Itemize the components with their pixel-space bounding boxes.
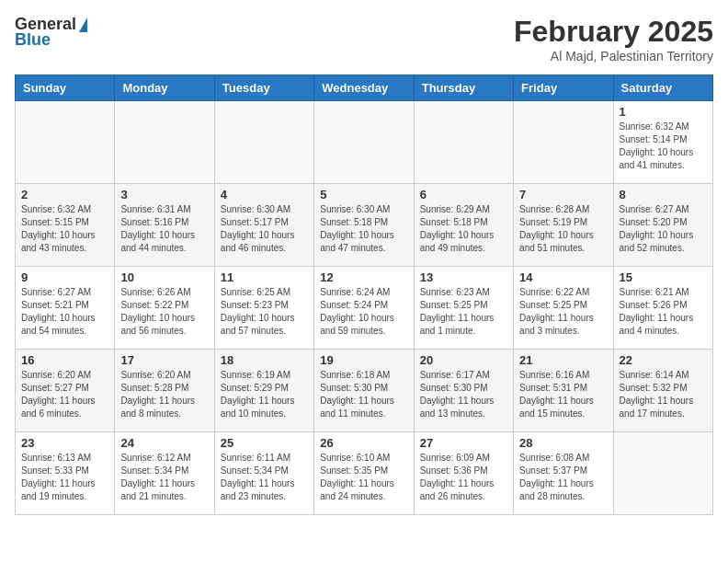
day-number: 2 (21, 188, 108, 201)
table-row (115, 101, 214, 184)
day-number: 22 (620, 353, 707, 367)
day-info: Sunrise: 6:20 AM Sunset: 5:27 PM Dayligh… (21, 369, 108, 420)
day-info: Sunrise: 6:11 AM Sunset: 5:34 PM Dayligh… (221, 452, 308, 503)
day-number: 13 (420, 270, 507, 284)
table-row: 2Sunrise: 6:32 AM Sunset: 5:15 PM Daylig… (16, 184, 115, 267)
day-number: 20 (420, 353, 507, 367)
table-row: 18Sunrise: 6:19 AM Sunset: 5:29 PM Dayli… (214, 350, 313, 432)
table-row: 14Sunrise: 6:22 AM Sunset: 5:25 PM Dayli… (514, 267, 613, 350)
day-number: 5 (320, 188, 407, 201)
header-monday: Monday (115, 75, 214, 101)
day-number: 15 (620, 270, 707, 284)
header-friday: Friday (514, 75, 613, 101)
title-area: February 2025 Al Majd, Palestinian Terri… (514, 15, 713, 63)
table-row (613, 432, 712, 515)
day-info: Sunrise: 6:23 AM Sunset: 5:25 PM Dayligh… (420, 286, 507, 338)
day-info: Sunrise: 6:25 AM Sunset: 5:23 PM Dayligh… (221, 286, 308, 338)
day-number: 14 (519, 270, 607, 284)
calendar-week-row: 16Sunrise: 6:20 AM Sunset: 5:27 PM Dayli… (16, 350, 713, 432)
page-header: General Blue February 2025 Al Majd, Pale… (15, 15, 713, 63)
day-number: 16 (21, 353, 108, 367)
table-row: 3Sunrise: 6:31 AM Sunset: 5:16 PM Daylig… (115, 184, 214, 267)
table-row: 12Sunrise: 6:24 AM Sunset: 5:24 PM Dayli… (314, 267, 414, 350)
table-row: 23Sunrise: 6:13 AM Sunset: 5:33 PM Dayli… (16, 432, 115, 515)
logo: General Blue (15, 15, 87, 50)
table-row: 22Sunrise: 6:14 AM Sunset: 5:32 PM Dayli… (613, 350, 712, 432)
day-number: 28 (519, 436, 607, 450)
table-row (514, 101, 613, 184)
day-info: Sunrise: 6:14 AM Sunset: 5:32 PM Dayligh… (620, 369, 707, 420)
day-info: Sunrise: 6:18 AM Sunset: 5:30 PM Dayligh… (320, 369, 407, 420)
day-number: 10 (120, 270, 208, 284)
calendar-week-row: 9Sunrise: 6:27 AM Sunset: 5:21 PM Daylig… (16, 267, 713, 350)
table-row: 21Sunrise: 6:16 AM Sunset: 5:31 PM Dayli… (514, 350, 613, 432)
day-info: Sunrise: 6:30 AM Sunset: 5:17 PM Dayligh… (221, 203, 308, 255)
day-info: Sunrise: 6:29 AM Sunset: 5:18 PM Dayligh… (420, 203, 507, 255)
day-number: 27 (420, 436, 507, 450)
table-row: 20Sunrise: 6:17 AM Sunset: 5:30 PM Dayli… (414, 350, 513, 432)
day-number: 18 (221, 353, 308, 367)
day-number: 1 (620, 105, 707, 119)
day-number: 7 (519, 188, 607, 201)
day-info: Sunrise: 6:32 AM Sunset: 5:14 PM Dayligh… (620, 121, 707, 172)
table-row: 28Sunrise: 6:08 AM Sunset: 5:37 PM Dayli… (514, 432, 613, 515)
day-number: 23 (21, 436, 108, 450)
day-info: Sunrise: 6:22 AM Sunset: 5:25 PM Dayligh… (519, 286, 607, 338)
day-number: 21 (519, 353, 607, 367)
table-row (214, 101, 313, 184)
header-saturday: Saturday (613, 75, 712, 101)
table-row: 25Sunrise: 6:11 AM Sunset: 5:34 PM Dayli… (214, 432, 313, 515)
header-sunday: Sunday (16, 75, 115, 101)
table-row: 1Sunrise: 6:32 AM Sunset: 5:14 PM Daylig… (613, 101, 712, 184)
day-info: Sunrise: 6:24 AM Sunset: 5:24 PM Dayligh… (320, 286, 407, 338)
table-row: 15Sunrise: 6:21 AM Sunset: 5:26 PM Dayli… (613, 267, 712, 350)
day-number: 24 (120, 436, 208, 450)
header-tuesday: Tuesday (214, 75, 313, 101)
table-row: 13Sunrise: 6:23 AM Sunset: 5:25 PM Dayli… (414, 267, 513, 350)
table-row (16, 101, 115, 184)
day-info: Sunrise: 6:20 AM Sunset: 5:28 PM Dayligh… (120, 369, 208, 420)
table-row: 5Sunrise: 6:30 AM Sunset: 5:18 PM Daylig… (314, 184, 414, 267)
logo-blue: Blue (15, 30, 51, 50)
calendar-header-row: Sunday Monday Tuesday Wednesday Thursday… (16, 75, 713, 101)
day-info: Sunrise: 6:17 AM Sunset: 5:30 PM Dayligh… (420, 369, 507, 420)
day-info: Sunrise: 6:13 AM Sunset: 5:33 PM Dayligh… (21, 452, 108, 503)
day-number: 8 (620, 188, 707, 201)
day-number: 26 (320, 436, 407, 450)
day-info: Sunrise: 6:12 AM Sunset: 5:34 PM Dayligh… (120, 452, 208, 503)
day-info: Sunrise: 6:10 AM Sunset: 5:35 PM Dayligh… (320, 452, 407, 503)
day-info: Sunrise: 6:21 AM Sunset: 5:26 PM Dayligh… (620, 286, 707, 338)
day-info: Sunrise: 6:27 AM Sunset: 5:21 PM Dayligh… (21, 286, 108, 338)
table-row: 19Sunrise: 6:18 AM Sunset: 5:30 PM Dayli… (314, 350, 414, 432)
day-info: Sunrise: 6:19 AM Sunset: 5:29 PM Dayligh… (221, 369, 308, 420)
day-info: Sunrise: 6:31 AM Sunset: 5:16 PM Dayligh… (120, 203, 208, 255)
calendar-week-row: 1Sunrise: 6:32 AM Sunset: 5:14 PM Daylig… (16, 101, 713, 184)
table-row: 11Sunrise: 6:25 AM Sunset: 5:23 PM Dayli… (214, 267, 313, 350)
day-number: 17 (120, 353, 208, 367)
calendar-table: Sunday Monday Tuesday Wednesday Thursday… (15, 75, 713, 515)
table-row: 4Sunrise: 6:30 AM Sunset: 5:17 PM Daylig… (214, 184, 313, 267)
day-number: 6 (420, 188, 507, 201)
calendar-week-row: 2Sunrise: 6:32 AM Sunset: 5:15 PM Daylig… (16, 184, 713, 267)
day-number: 4 (221, 188, 308, 201)
day-info: Sunrise: 6:28 AM Sunset: 5:19 PM Dayligh… (519, 203, 607, 255)
calendar-week-row: 23Sunrise: 6:13 AM Sunset: 5:33 PM Dayli… (16, 432, 713, 515)
day-info: Sunrise: 6:32 AM Sunset: 5:15 PM Dayligh… (21, 203, 108, 255)
day-info: Sunrise: 6:30 AM Sunset: 5:18 PM Dayligh… (320, 203, 407, 255)
day-number: 9 (21, 270, 108, 284)
location-subtitle: Al Majd, Palestinian Territory (514, 49, 713, 63)
table-row: 17Sunrise: 6:20 AM Sunset: 5:28 PM Dayli… (115, 350, 214, 432)
header-thursday: Thursday (414, 75, 513, 101)
day-info: Sunrise: 6:16 AM Sunset: 5:31 PM Dayligh… (519, 369, 607, 420)
day-number: 25 (221, 436, 308, 450)
day-info: Sunrise: 6:26 AM Sunset: 5:22 PM Dayligh… (120, 286, 208, 338)
logo-icon (79, 17, 87, 32)
day-number: 19 (320, 353, 407, 367)
day-info: Sunrise: 6:08 AM Sunset: 5:37 PM Dayligh… (519, 452, 607, 503)
table-row: 7Sunrise: 6:28 AM Sunset: 5:19 PM Daylig… (514, 184, 613, 267)
table-row: 9Sunrise: 6:27 AM Sunset: 5:21 PM Daylig… (16, 267, 115, 350)
table-row: 24Sunrise: 6:12 AM Sunset: 5:34 PM Dayli… (115, 432, 214, 515)
table-row: 26Sunrise: 6:10 AM Sunset: 5:35 PM Dayli… (314, 432, 414, 515)
day-number: 12 (320, 270, 407, 284)
day-info: Sunrise: 6:09 AM Sunset: 5:36 PM Dayligh… (420, 452, 507, 503)
